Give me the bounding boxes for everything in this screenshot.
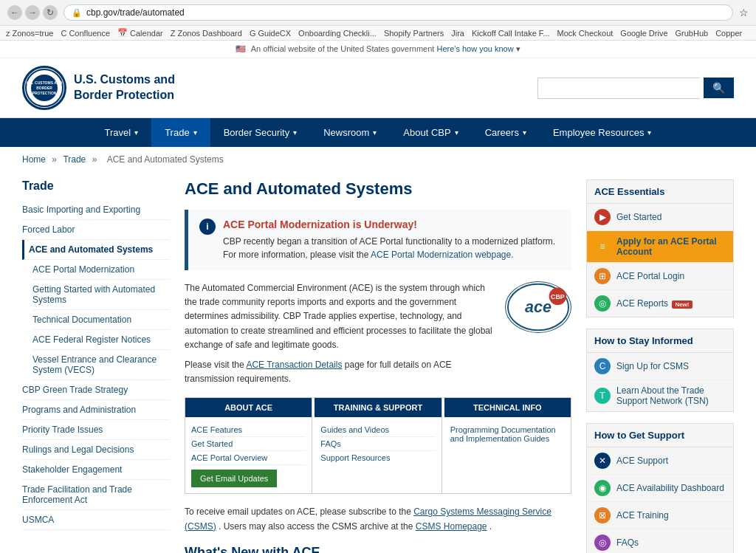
sidebar-item-trade-facilitation[interactable]: Trade Facilitation and Trade Enforcement… (22, 480, 170, 510)
sidebar-item-programs-admin[interactable]: Programs and Administration (22, 400, 170, 420)
get-support-title: How to Get Support (587, 424, 733, 447)
nav-trade[interactable]: Trade ▾ (151, 118, 210, 147)
nav-travel[interactable]: Travel ▾ (92, 118, 152, 147)
bookmark-shopify[interactable]: Shopify Partners (384, 28, 444, 38)
technical-info-header: TECHNICAL INFO (444, 398, 571, 417)
reload-button[interactable]: ↻ (43, 5, 58, 20)
browser-chrome: ← → ↻ 🔒 cbp.gov/trade/automated ☆ z Zono… (0, 0, 756, 41)
bookmark-calendar[interactable]: 📅 Calendar (117, 28, 163, 38)
ace-reports-link[interactable]: ◎ ACE Reports New! (587, 290, 733, 317)
sidebar-item-ace-portal-modernization[interactable]: ACE Portal Modernization (32, 260, 170, 280)
ace-transaction-link[interactable]: ACE Transaction Details (246, 360, 342, 370)
faqs-support-link[interactable]: ◎ FAQs (587, 529, 733, 553)
newsroom-arrow: ▾ (373, 128, 377, 137)
bookmark-jira[interactable]: Jira (451, 28, 464, 38)
search-input[interactable] (537, 78, 700, 99)
bookmark-onboarding[interactable]: Onboarding Checkli... (298, 28, 377, 38)
alert-title: ACE Portal Modernization is Underway! (223, 219, 555, 230)
info-col-about: ABOUT ACE ACE Features Get Started ACE P… (185, 398, 312, 493)
main-content: ACE and Automated Systems i ACE Portal M… (185, 172, 571, 553)
info-col-technical: TECHNICAL INFO Programming Documentation… (444, 398, 571, 493)
support-resources-link[interactable]: Support Resources (320, 451, 435, 464)
bookmark-confluence[interactable]: C Confluence (61, 28, 110, 38)
programming-docs-link[interactable]: Programming Documentation and Implementa… (450, 423, 565, 445)
csms-archive-link[interactable]: CSMS Homepage (416, 521, 487, 532)
alert-box: i ACE Portal Modernization is Underway! … (185, 210, 571, 270)
bookmark-guidecx[interactable]: G GuideCX (250, 28, 291, 38)
get-started-icon: ▶ (594, 209, 611, 225)
ace-get-started-link[interactable]: ▶ Get Started (587, 204, 733, 231)
bookmark-zonos-dash[interactable]: Z Zonos Dashboard (171, 28, 242, 38)
sidebar-item-technical-docs[interactable]: Technical Documentation (32, 310, 170, 330)
ace-support-icon: ✕ (594, 453, 611, 469)
svg-text:CBP: CBP (551, 293, 565, 300)
how-you-know-link[interactable]: Here's how you know (436, 44, 513, 53)
employee-resources-arrow: ▾ (647, 128, 651, 137)
breadcrumb: Home » Trade » ACE and Automated Systems (0, 147, 756, 172)
nav-border-security[interactable]: Border Security ▾ (210, 118, 311, 147)
ace-portal-overview-link[interactable]: ACE Portal Overview (191, 451, 306, 465)
ace-portal-login-link[interactable]: ⊞ ACE Portal Login (587, 263, 733, 290)
ace-features-link[interactable]: ACE Features (191, 423, 306, 437)
bookmark-copper[interactable]: Copper (715, 28, 742, 38)
zonos-icon: z (6, 29, 10, 38)
tsn-link[interactable]: T Learn About the Trade Support Network … (587, 380, 733, 411)
portal-login-icon: ⊞ (594, 268, 611, 284)
sidebar-item-forced-labor[interactable]: Forced Labor (22, 220, 170, 240)
sidebar-item-rulings[interactable]: Rulings and Legal Decisions (22, 440, 170, 460)
sidebar-item-ace[interactable]: ACE and Automated Systems (22, 240, 170, 260)
about-cbp-arrow: ▾ (455, 128, 458, 137)
ace-get-started-link[interactable]: Get Started (191, 437, 306, 451)
apply-ace-portal-link[interactable]: ≡ Apply for an ACE Portal Account (587, 231, 733, 263)
bookmark-kickoff[interactable]: Kickoff Call Intake F... (472, 28, 550, 38)
sidebar-item-basic-importing[interactable]: Basic Importing and Exporting (22, 200, 170, 220)
ace-training-link[interactable]: ⊠ ACE Training (587, 502, 733, 529)
ace-logo: ace CBP (505, 281, 571, 333)
search-area: 🔍 (537, 78, 734, 99)
bookmark-grubhub[interactable]: GrubHub (676, 28, 709, 38)
cbp-seal: U.S. CUSTOMS AND BORDER PROTECTION (22, 66, 66, 110)
back-button[interactable]: ← (7, 5, 22, 20)
sidebar-item-cbp-green-trade[interactable]: CBP Green Trade Strategy (22, 380, 170, 400)
sidebar-sub-items: ACE Portal Modernization Getting Started… (22, 260, 170, 380)
ace-support-link[interactable]: ✕ ACE Support (587, 447, 733, 475)
get-email-updates-button[interactable]: Get Email Updates (191, 470, 277, 487)
guidecx-icon: G (250, 29, 256, 38)
nav-employee-resources[interactable]: Employee Resources ▾ (540, 118, 665, 147)
ace-modernization-link[interactable]: ACE Portal Modernization webpage. (371, 250, 513, 260)
forward-button[interactable]: → (25, 5, 40, 20)
nav-careers[interactable]: Careers ▾ (472, 118, 540, 147)
nav-newsroom[interactable]: Newsroom ▾ (310, 118, 390, 147)
stay-informed-box: How to Stay Informed C Sign Up for CSMS … (586, 329, 734, 412)
logo-text: U.S. Customs andBorder Protection (74, 72, 175, 103)
browser-bar: ← → ↻ 🔒 cbp.gov/trade/automated ☆ (0, 0, 756, 26)
sidebar-item-getting-started[interactable]: Getting Started with Automated Systems (32, 280, 170, 310)
sidebar-item-ace-register[interactable]: ACE Federal Register Notices (32, 330, 170, 350)
page-body: Trade Basic Importing and Exporting Forc… (0, 172, 756, 553)
bookmark-zonos[interactable]: z Zonos=true (6, 28, 53, 38)
nav-about-cbp[interactable]: About CBP ▾ (390, 118, 471, 147)
sidebar-item-priority-trade[interactable]: Priority Trade Issues (22, 420, 170, 440)
ace-reports-icon: ◎ (594, 295, 611, 312)
apply-ace-icon: ≡ (594, 238, 611, 255)
bookmark-mock-checkout[interactable]: Mock Checkout (557, 28, 614, 38)
faqs-link[interactable]: FAQs (320, 437, 435, 451)
sidebar-item-usmca[interactable]: USMCA (22, 510, 170, 530)
address-bar[interactable]: 🔒 cbp.gov/trade/automated (63, 4, 733, 21)
bookmark-google-drive[interactable]: Google Drive (620, 28, 667, 38)
svg-text:PROTECTION: PROTECTION (32, 91, 57, 95)
ace-reports-label: ACE Reports New! (616, 298, 726, 309)
sidebar-item-vecs[interactable]: Vessel Entrance and Clearance System (VE… (32, 350, 170, 380)
ace-essentials-box: ACE Essentials ▶ Get Started ≡ Apply for… (586, 179, 734, 317)
guides-videos-link[interactable]: Guides and Videos (320, 423, 435, 437)
search-button[interactable]: 🔍 (704, 78, 734, 98)
new-badge: New! (672, 300, 692, 309)
bookmark-icon[interactable]: ☆ (739, 7, 749, 18)
breadcrumb-trade[interactable]: Trade (63, 154, 86, 165)
availability-dashboard-link[interactable]: ◉ ACE Availability Dashboard (587, 475, 733, 502)
about-ace-header: ABOUT ACE (185, 398, 312, 417)
breadcrumb-home[interactable]: Home (22, 154, 46, 165)
sign-up-csms-link[interactable]: C Sign Up for CSMS (587, 353, 733, 380)
sidebar-item-stakeholder[interactable]: Stakeholder Engagement (22, 460, 170, 480)
about-ace-body: ACE Features Get Started ACE Portal Over… (185, 417, 312, 493)
